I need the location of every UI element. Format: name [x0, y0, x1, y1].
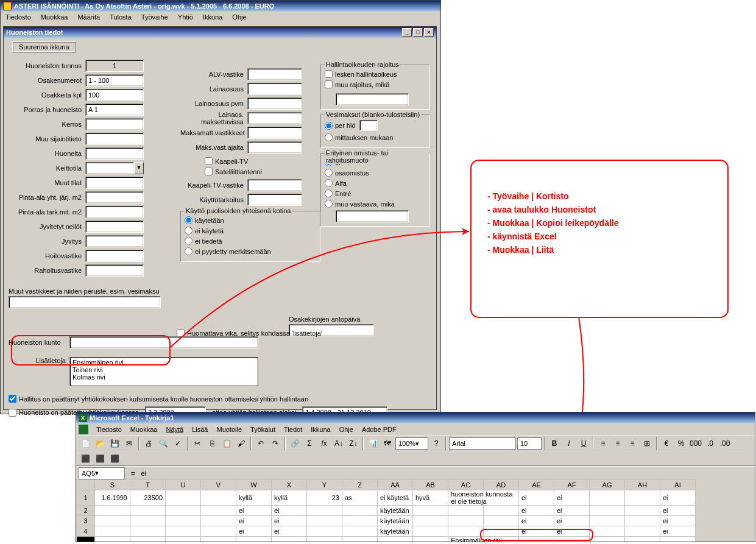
merge-icon[interactable]: ⊞: [640, 437, 654, 450]
kaytetaan-radio[interactable]: [185, 216, 193, 224]
muut-vastikkeet-field[interactable]: [9, 296, 161, 308]
menu-tiedosto[interactable]: Tiedosto: [1, 12, 36, 24]
pintayht-field[interactable]: [85, 191, 144, 203]
cut-icon[interactable]: ✂: [191, 437, 204, 450]
currency-icon[interactable]: €: [660, 437, 673, 450]
osakenumerot-field[interactable]: [85, 74, 144, 87]
lainapvm-field[interactable]: [247, 97, 302, 110]
keittotila-select[interactable]: [85, 162, 134, 174]
xmenu-muokkaa[interactable]: Muokkaa: [126, 424, 162, 435]
pdf2-icon[interactable]: ⬛: [93, 452, 107, 465]
maksvast-field[interactable]: [247, 141, 302, 154]
col-AC[interactable]: AC: [448, 480, 484, 490]
kaapelitv-field[interactable]: [247, 179, 302, 191]
lainaosuus-field[interactable]: [247, 83, 302, 95]
print-icon[interactable]: 🖨: [142, 437, 155, 450]
hoitovastike-field[interactable]: [85, 250, 144, 262]
save-icon[interactable]: 💾: [108, 437, 121, 450]
kayttotark-field[interactable]: [247, 194, 302, 206]
underline-icon[interactable]: U: [577, 437, 590, 450]
preview-icon[interactable]: 🔍: [157, 437, 170, 450]
dec-decimal-icon[interactable]: .00: [718, 437, 732, 450]
e-osa-radio[interactable]: [325, 169, 333, 177]
osakkeita-kpl-field[interactable]: [85, 89, 144, 101]
e-alfa-radio[interactable]: [325, 179, 333, 187]
col-T[interactable]: T: [130, 480, 166, 490]
vesi-mitt-radio[interactable]: [325, 133, 333, 141]
maksamatt-field[interactable]: [247, 127, 302, 139]
corner-cell[interactable]: [77, 480, 95, 490]
excel-grid[interactable]: S T U V W X Y Z AA AB AC AD AE AF AG AH …: [76, 479, 696, 542]
menu-muokkaa[interactable]: Muokkaa: [36, 12, 73, 24]
muurajoitus-field[interactable]: [336, 93, 409, 105]
lesken-checkbox[interactable]: [325, 70, 333, 78]
muutilat-field[interactable]: [85, 177, 144, 189]
eitiedeta-radio[interactable]: [185, 237, 193, 245]
sort-desc-icon[interactable]: Z↓: [347, 437, 360, 450]
copy-icon[interactable]: ⎘: [205, 437, 219, 450]
col-S[interactable]: S: [95, 480, 130, 490]
xmenu-lisaa[interactable]: Lisää: [188, 424, 212, 435]
comma-icon[interactable]: 000: [689, 437, 702, 450]
pintatark-field[interactable]: [85, 206, 144, 218]
huoneita-field[interactable]: [85, 147, 144, 160]
xmenu-tiedot[interactable]: Tiedot: [280, 424, 306, 435]
formula-value[interactable]: ei: [141, 470, 146, 477]
hallitus-checkbox[interactable]: [9, 395, 16, 403]
keittotila-dropdown-icon[interactable]: ▼: [134, 162, 144, 174]
chart-icon[interactable]: 📊: [366, 437, 380, 450]
paste-icon[interactable]: 📋: [220, 437, 233, 450]
col-X[interactable]: X: [272, 480, 307, 490]
menu-yhtio[interactable]: Yhtiö: [173, 12, 198, 24]
close-button[interactable]: ×: [424, 28, 434, 37]
e-muu-radio[interactable]: [325, 200, 333, 208]
help-icon[interactable]: ?: [429, 437, 443, 450]
col-AD[interactable]: AD: [484, 480, 519, 490]
map-icon[interactable]: 🗺: [381, 437, 394, 450]
lainamak-field[interactable]: [247, 112, 302, 124]
e-muu-field[interactable]: [336, 210, 409, 222]
inc-decimal-icon[interactable]: .0: [704, 437, 717, 450]
percent-icon[interactable]: %: [674, 437, 688, 450]
redo-icon[interactable]: ↷: [269, 437, 282, 450]
alv-field[interactable]: [247, 68, 302, 80]
fx-icon[interactable]: fx: [317, 437, 331, 450]
kerros-field[interactable]: [85, 118, 144, 130]
col-AH[interactable]: AH: [625, 480, 660, 490]
eikayteta-radio[interactable]: [185, 227, 193, 235]
xmenu-ikkuna[interactable]: Ikkuna: [306, 424, 334, 435]
tunnus-field[interactable]: [85, 60, 144, 72]
link-icon[interactable]: 🔗: [288, 437, 302, 450]
xmenu-adobe[interactable]: Adobe PDF: [358, 424, 401, 435]
align-left-icon[interactable]: ≡: [596, 437, 610, 450]
col-AI[interactable]: AI: [660, 480, 696, 490]
col-AF[interactable]: AF: [554, 480, 590, 490]
enlarge-button[interactable]: Suurenna ikkuna: [12, 41, 76, 52]
menu-tyovaihe[interactable]: Työvaihe: [136, 12, 173, 24]
col-AG[interactable]: AG: [590, 480, 625, 490]
col-U[interactable]: U: [166, 480, 201, 490]
xmenu-ohje[interactable]: Ohje: [335, 424, 358, 435]
jyvitys-field[interactable]: [85, 235, 144, 247]
open-icon[interactable]: 📂: [93, 437, 107, 450]
col-AA[interactable]: AA: [378, 480, 413, 490]
size-combo[interactable]: 10: [517, 437, 542, 450]
excel-title-bar[interactable]: X Microsoft Excel - Työkirja1: [76, 412, 755, 423]
jyvneliot-field[interactable]: [85, 221, 144, 233]
new-icon[interactable]: 📄: [79, 437, 92, 450]
xmenu-nayta[interactable]: Näytä: [161, 424, 188, 435]
porras-field[interactable]: [85, 104, 144, 116]
undo-icon[interactable]: ↶: [254, 437, 267, 450]
spell-icon[interactable]: ✓: [171, 437, 185, 450]
vesi-perhlo-field[interactable]: [359, 120, 378, 131]
zoom-combo[interactable]: 100% ▾: [395, 437, 428, 450]
format-icon[interactable]: 🖌: [235, 437, 248, 450]
e-entre-radio[interactable]: [325, 189, 333, 197]
sub-title-bar[interactable]: Huoneiston tiedot _ □ ×: [4, 27, 436, 38]
menu-ikkuna[interactable]: Ikkuna: [198, 12, 227, 24]
align-center-icon[interactable]: ≡: [611, 437, 624, 450]
xmenu-tyokalut[interactable]: Työkalut: [246, 424, 280, 435]
main-title-bar[interactable]: ASTERI ISÄNNÖINTI - As Oy Atsoftin Aster…: [1, 1, 440, 12]
col-Y[interactable]: Y: [307, 480, 342, 490]
mail-icon[interactable]: ✉: [122, 437, 136, 450]
